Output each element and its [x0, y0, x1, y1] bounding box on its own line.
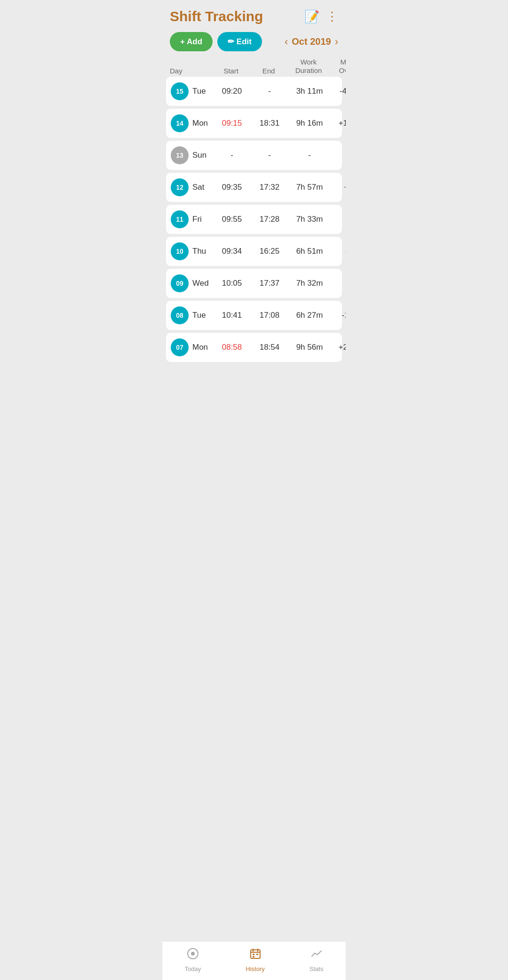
date-badge: 14	[171, 114, 189, 132]
date-badge: 13	[171, 146, 189, 164]
day-cell: 13 Sun	[171, 146, 213, 164]
work-duration: 7h 33m	[288, 215, 331, 224]
day-cell: 14 Mon	[171, 114, 213, 132]
date-badge: 10	[171, 242, 189, 260]
work-duration: 9h 16m	[288, 119, 331, 128]
overtime: +27m	[331, 183, 346, 192]
work-duration: 3h 11m	[288, 87, 331, 96]
col-header-day: Day	[170, 67, 212, 75]
day-cell: 07 Mon	[171, 338, 213, 356]
day-name: Sat	[192, 183, 205, 192]
date-badge: 12	[171, 178, 189, 196]
overtime: +2m	[331, 279, 346, 288]
work-duration: 6h 51m	[288, 247, 331, 256]
day-name: Tue	[192, 311, 206, 320]
table-row: 08 Tue 10:41 17:08 6h 27m -1h 3m ⋮	[166, 301, 342, 330]
add-button[interactable]: + Add	[170, 32, 213, 51]
table-row: 07 Mon 08:58 18:54 9h 56m +2h 26m ⋮	[166, 333, 342, 362]
day-cell: 15 Tue	[171, 82, 213, 100]
table-row: 09 Wed 10:05 17:37 7h 32m +2m ⋮	[166, 269, 342, 298]
overtime: -1h 3m	[331, 311, 346, 320]
day-name: Wed	[192, 279, 209, 288]
more-options-icon[interactable]: ⋮	[326, 9, 338, 24]
prev-month-button[interactable]: ‹	[285, 36, 288, 48]
table-row: 11 Fri 09:55 17:28 7h 33m +3m ⋮	[166, 205, 342, 234]
toolbar-left: + Add ✏ Edit	[170, 32, 262, 51]
start-time: 10:05	[213, 279, 251, 288]
col-header-missing-overtime: Missing/Overtime	[330, 58, 346, 75]
month-label: Oct 2019	[292, 36, 331, 47]
table-row: 15 Tue 09:20 - 3h 11m -4h 19m ⋮	[166, 77, 342, 106]
date-badge: 08	[171, 306, 189, 324]
end-time: 17:32	[251, 183, 288, 192]
table-row: 14 Mon 09:15 18:31 9h 16m +1h 46m ⋮	[166, 109, 342, 138]
work-duration: -	[288, 151, 331, 160]
overtime: +1h 46m	[331, 119, 346, 128]
start-time: 10:41	[213, 311, 251, 320]
start-time: 09:20	[213, 87, 251, 96]
day-name: Fri	[192, 215, 202, 224]
start-time: 09:15	[213, 119, 251, 128]
end-time: 17:08	[251, 311, 288, 320]
day-name: Mon	[192, 343, 208, 352]
end-time: 17:37	[251, 279, 288, 288]
app-title: Shift Tracking	[170, 8, 263, 24]
day-cell: 08 Tue	[171, 306, 213, 324]
col-header-end: End	[250, 67, 287, 75]
end-time: 17:28	[251, 215, 288, 224]
report-icon[interactable]: 📝	[304, 9, 319, 24]
work-duration: 9h 56m	[288, 343, 331, 352]
date-badge: 11	[171, 210, 189, 228]
overtime: -4h 19m	[331, 87, 346, 96]
col-header-start: Start	[212, 67, 250, 75]
day-name: Mon	[192, 119, 208, 128]
end-time: 16:25	[251, 247, 288, 256]
date-badge: 15	[171, 82, 189, 100]
table-row: 13 Sun - - - - ⋮	[166, 141, 342, 170]
day-cell: 09 Wed	[171, 274, 213, 292]
next-month-button[interactable]: ›	[335, 36, 338, 48]
start-time: 09:34	[213, 247, 251, 256]
start-time: 09:55	[213, 215, 251, 224]
day-cell: 11 Fri	[171, 210, 213, 228]
work-duration: 7h 57m	[288, 183, 331, 192]
shift-rows: 15 Tue 09:20 - 3h 11m -4h 19m ⋮ 14 Mon 0…	[162, 77, 346, 362]
overtime: +3m	[331, 215, 346, 224]
end-time: -	[251, 87, 288, 96]
start-time: 08:58	[213, 343, 251, 352]
end-time: 18:31	[251, 119, 288, 128]
end-time: 18:54	[251, 343, 288, 352]
toolbar: + Add ✏ Edit ‹ Oct 2019 ›	[162, 29, 346, 56]
header-actions: 📝 ⋮	[304, 9, 338, 24]
col-header-work-duration: WorkDuration	[287, 58, 330, 75]
day-name: Thu	[192, 247, 206, 256]
day-name: Tue	[192, 87, 206, 96]
start-time: 09:35	[213, 183, 251, 192]
day-name: Sun	[192, 151, 206, 160]
day-cell: 10 Thu	[171, 242, 213, 260]
month-navigation: ‹ Oct 2019 ›	[285, 36, 338, 48]
day-cell: 12 Sat	[171, 178, 213, 196]
header: Shift Tracking 📝 ⋮	[162, 0, 346, 29]
table-header: Day Start End WorkDuration Missing/Overt…	[162, 56, 346, 77]
date-badge: 07	[171, 338, 189, 356]
work-duration: 7h 32m	[288, 279, 331, 288]
table-row: 10 Thu 09:34 16:25 6h 51m -39m ⋮	[166, 237, 342, 266]
table-row: 12 Sat 09:35 17:32 7h 57m +27m ⋮	[166, 173, 342, 202]
end-time: -	[251, 151, 288, 160]
overtime: -39m	[331, 247, 346, 256]
date-badge: 09	[171, 274, 189, 292]
work-duration: 6h 27m	[288, 311, 331, 320]
overtime: -	[331, 151, 346, 160]
overtime: +2h 26m	[331, 343, 346, 352]
edit-button[interactable]: ✏ Edit	[217, 32, 262, 51]
start-time: -	[213, 151, 251, 160]
